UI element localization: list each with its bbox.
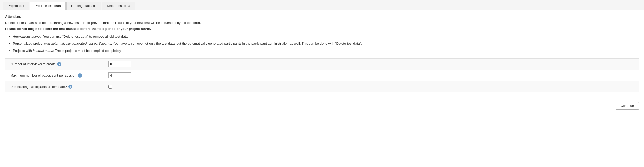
page-content: Attention:Delete old test data sets befo… [0,10,644,96]
continue-button[interactable]: Continue [616,102,639,110]
attention-bullets: Anonymous survey: You can use "Delete te… [13,34,639,53]
form-label-text-1: Maximum number of pages sent per session [10,73,76,77]
info-icon-2[interactable]: i [68,85,72,89]
attention-title: Attention: [5,15,21,19]
info-icon-1[interactable]: i [78,73,82,78]
info-icon-0[interactable]: i [57,62,61,66]
tab-routing-statistics[interactable]: Routing statistics [66,2,101,10]
form-label-text-0: Number of interviews to create [10,62,56,66]
attention-bullet-2: Projects with internal quota: These proj… [13,48,639,53]
form-row-1: Maximum number of pages sent per session… [5,70,639,81]
participants-checkbox[interactable] [108,85,112,89]
page-footer: Continue [0,99,644,113]
form-label-0: Number of interviews to createi [10,62,108,66]
form-section: Number of interviews to createiMaximum n… [5,58,639,92]
pages-input[interactable] [108,72,131,78]
tab-produce-test-data[interactable]: Produce test data [30,2,66,10]
form-label-text-2: Use existing participants as template? [10,85,67,89]
interviews-input[interactable] [108,61,131,67]
tabs-bar: Project testProduce test dataRouting sta… [0,0,644,10]
form-row-0: Number of interviews to createi [5,59,639,70]
attention-bullet-1: Personalized project with automatically … [13,41,639,46]
form-row-2: Use existing participants as template?i [5,81,639,92]
form-label-2: Use existing participants as template?i [10,85,108,89]
tab-delete-test-data[interactable]: Delete test data [102,2,135,10]
tab-project-test[interactable]: Project test [3,2,29,10]
attention-box: Attention:Delete old test data sets befo… [5,14,639,53]
attention-line1: Delete old test data sets before startin… [5,20,639,26]
form-label-1: Maximum number of pages sent per session… [10,73,108,78]
attention-bullet-0: Anonymous survey: You can use "Delete te… [13,34,639,39]
attention-line2: Please do not forget to delete the test … [5,26,639,31]
